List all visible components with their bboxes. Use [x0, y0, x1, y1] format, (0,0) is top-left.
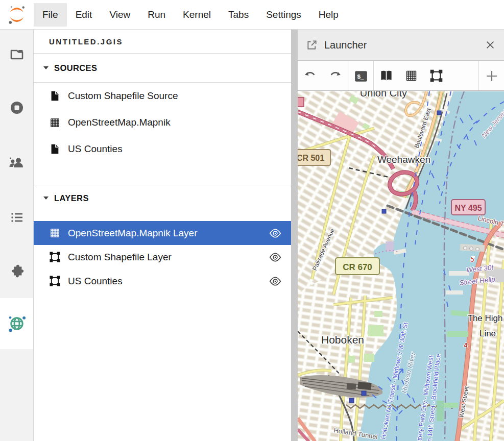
panel-splitter[interactable]: [291, 30, 298, 441]
collapse-caret-icon: [43, 66, 49, 69]
terminal-glyph: $_: [357, 73, 364, 80]
file-icon: [49, 90, 61, 102]
road-shield-ny495: NY 495: [451, 200, 485, 215]
sidebar-item-running-kernels[interactable]: [0, 89, 33, 126]
folder-icon: [9, 46, 25, 62]
jupyter-logo: [0, 0, 34, 29]
globe-icon: [7, 313, 27, 334]
raster-grid-icon: [404, 69, 418, 83]
menu-help[interactable]: Help: [310, 3, 347, 27]
raster-grid-icon: [49, 227, 61, 239]
puzzle-icon: [9, 263, 25, 280]
vector-polygon-icon: [49, 275, 61, 287]
new-vector-layer-button[interactable]: [424, 61, 449, 90]
menu-view[interactable]: View: [101, 3, 139, 27]
document-title: UNTITLED.JGIS: [34, 30, 291, 54]
source-item-label: US Counties: [68, 143, 123, 155]
tab-close-button[interactable]: [485, 39, 496, 51]
jupyter-logo-icon: [7, 5, 27, 25]
shield-label: CR 670: [343, 262, 372, 272]
layer-item-label: OpenStreetMap.Mapnik Layer: [68, 228, 197, 239]
close-icon: [485, 39, 496, 51]
map-label-hoboken: Hoboken: [321, 334, 364, 346]
menu-edit[interactable]: Edit: [67, 3, 101, 27]
layer-item-label: Custom Shapefile Layer: [68, 252, 172, 263]
openstreetmap-view: Union City Weehawken Hoboken New Jersey …: [298, 91, 504, 441]
road-shield-cr501: CR 501: [298, 150, 330, 165]
layer-item-label: US Counties: [68, 276, 123, 287]
shield-label: NY 495: [454, 204, 482, 212]
map-label-route-number-4: 4: [464, 341, 468, 349]
console-button[interactable]: $_: [348, 61, 373, 90]
layer-item-custom-shapefile[interactable]: Custom Shapefile Layer: [34, 245, 291, 269]
map-label-weehawken: Weehawken: [377, 154, 430, 165]
eye-icon: [269, 275, 282, 288]
source-item-custom-shapefile[interactable]: Custom Shapefile Source: [34, 83, 291, 109]
collapse-caret-icon: [43, 197, 49, 200]
layer-visibility-toggle[interactable]: [269, 251, 282, 264]
sidebar-item-collaboration[interactable]: [0, 144, 33, 181]
jgis-panel: UNTITLED.JGIS SOURCES Custom Shapefile S…: [34, 30, 291, 441]
source-item-openstreetmap[interactable]: OpenStreetMap.Mapnik: [34, 109, 291, 136]
sources-section-header[interactable]: SOURCES: [34, 54, 291, 82]
map-label-high-line-2: Line: [479, 329, 496, 338]
menu-items: File Edit View Run Kernel Tabs Settings …: [34, 0, 347, 29]
map-label-union-city: Union City: [360, 91, 407, 99]
map-label-heliport-number: 5: [470, 255, 474, 263]
eye-icon: [269, 227, 282, 240]
shield-label: CR 501: [298, 154, 324, 162]
plus-icon: [485, 69, 499, 83]
source-item-label: Custom Shapefile Source: [68, 90, 178, 102]
menu-tabs[interactable]: Tabs: [220, 3, 257, 27]
layer-visibility-toggle[interactable]: [269, 227, 282, 240]
activity-sidebar: [0, 30, 34, 441]
layers-header-label: LAYERS: [54, 193, 89, 203]
redo-icon: [328, 69, 342, 83]
map-canvas[interactable]: Union City Weehawken Hoboken New Jersey …: [298, 91, 504, 441]
menu-file[interactable]: File: [34, 3, 67, 27]
undo-button[interactable]: [298, 61, 323, 90]
identify-button[interactable]: [374, 61, 399, 90]
file-icon: [49, 143, 61, 155]
tab-launcher[interactable]: Launcher: [324, 39, 367, 51]
menu-settings[interactable]: Settings: [257, 3, 310, 27]
map-label-high-line-1: The High: [468, 313, 503, 323]
menu-kernel[interactable]: Kernel: [174, 3, 220, 27]
layer-item-us-counties[interactable]: US Counties: [34, 269, 291, 293]
layers-section-header[interactable]: LAYERS: [34, 185, 291, 211]
book-icon: [379, 69, 393, 83]
terminal-icon: $_: [354, 69, 368, 83]
vector-polygon-icon: [49, 251, 61, 263]
sidebar-item-extension-manager[interactable]: [0, 253, 33, 290]
stop-circle-icon: [9, 100, 25, 116]
sidebar-item-jupytergis[interactable]: [0, 298, 33, 349]
source-item-us-counties[interactable]: US Counties: [34, 136, 291, 162]
layer-visibility-toggle[interactable]: [269, 275, 282, 288]
sidebar-item-table-of-contents[interactable]: [0, 199, 33, 236]
add-button[interactable]: [479, 61, 504, 90]
layer-item-openstreetmap[interactable]: OpenStreetMap.Mapnik Layer: [34, 221, 291, 245]
vector-polygon-icon: [429, 69, 443, 83]
new-raster-layer-button[interactable]: [399, 61, 424, 90]
sidebar-item-file-browser[interactable]: [0, 36, 33, 72]
external-link-icon: [306, 39, 318, 51]
undo-icon: [303, 69, 317, 83]
users-icon: [8, 154, 26, 172]
menu-run[interactable]: Run: [139, 3, 174, 27]
source-item-label: OpenStreetMap.Mapnik: [68, 117, 171, 128]
road-shield-cr670: CR 670: [335, 258, 379, 275]
raster-grid-icon: [49, 116, 61, 129]
shield-fragment: [298, 97, 304, 107]
map-toolbar: $_: [298, 61, 504, 91]
eye-icon: [269, 251, 282, 264]
menu-bar: File Edit View Run Kernel Tabs Settings …: [0, 0, 504, 30]
list-icon: [9, 209, 25, 226]
redo-button[interactable]: [323, 61, 348, 90]
tab-bar: Launcher: [298, 30, 504, 61]
sources-header-label: SOURCES: [54, 63, 97, 73]
